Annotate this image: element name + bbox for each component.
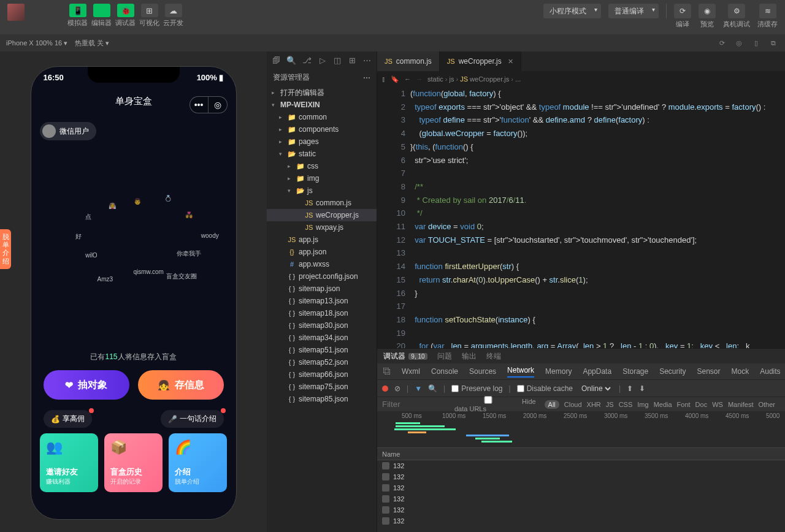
throttling-select[interactable]: Online bbox=[579, 384, 613, 393]
devtools-subtab[interactable]: Wxml bbox=[402, 367, 420, 376]
capsule-menu[interactable]: ••• ◎ bbox=[190, 96, 228, 113]
user-pill[interactable]: 微信用户 bbox=[40, 122, 96, 140]
compare-icon[interactable]: ⫿ bbox=[382, 75, 386, 83]
commission-pill[interactable]: 💰 享高佣 bbox=[44, 410, 92, 428]
devtools-subtab[interactable]: Sources bbox=[469, 367, 496, 376]
compile-select[interactable]: 普通编译 bbox=[608, 4, 659, 18]
feature-card[interactable]: 🌈介绍脱单介绍 bbox=[169, 433, 227, 492]
close-icon[interactable]: ◎ bbox=[209, 97, 227, 113]
filter-chip[interactable]: Cloud bbox=[564, 401, 582, 408]
tree-item[interactable]: JSwxpay.js bbox=[267, 221, 377, 234]
filter-chip[interactable]: CSS bbox=[619, 401, 633, 408]
forward-icon[interactable]: → bbox=[416, 75, 423, 83]
remote-debug-button[interactable]: ⚙ bbox=[728, 4, 745, 18]
devtools-tab[interactable]: 调试器 9, 10 bbox=[383, 351, 427, 362]
sphere-tag[interactable]: 👨 bbox=[134, 198, 141, 205]
tree-item[interactable]: { }sitemap51.json bbox=[267, 344, 377, 356]
user-avatar[interactable] bbox=[7, 4, 25, 21]
editor-tab[interactable]: JScommon.js bbox=[377, 51, 440, 71]
save-button[interactable]: 👧 存信息 bbox=[138, 370, 224, 400]
mode-select[interactable]: 小程序模式 bbox=[543, 4, 601, 18]
sphere-tag[interactable]: 好 bbox=[75, 232, 82, 241]
preview-button[interactable]: ◉ bbox=[699, 4, 716, 18]
tree-item[interactable]: { }sitemap85.json bbox=[267, 393, 377, 405]
sphere-tag[interactable]: 点 bbox=[85, 213, 91, 221]
tree-item[interactable]: JSapp.js bbox=[267, 234, 377, 246]
compile-button[interactable]: ⟳ bbox=[674, 4, 691, 18]
tree-item[interactable]: { }sitemap52.json bbox=[267, 356, 377, 368]
network-row[interactable]: 132 bbox=[377, 504, 785, 515]
filter-chip[interactable]: WS bbox=[712, 401, 723, 408]
tree-item[interactable]: JScommon.js bbox=[267, 197, 377, 209]
devtools-subtab[interactable]: Storage bbox=[622, 367, 648, 376]
network-row[interactable]: 132 bbox=[377, 515, 785, 526]
toolbar-icon[interactable]: ☁ bbox=[165, 4, 182, 17]
devtools-subtab[interactable]: AppData bbox=[583, 367, 611, 376]
sphere-tag[interactable]: 👰 bbox=[109, 202, 116, 209]
toolbar-icon[interactable] bbox=[93, 4, 110, 17]
sphere-tag[interactable]: 你牵我手 bbox=[177, 249, 201, 258]
filter-chip[interactable]: Img bbox=[637, 401, 648, 408]
sphere-tag[interactable]: woody bbox=[201, 232, 219, 239]
tree-item[interactable]: ▸📁pages bbox=[267, 135, 377, 148]
breadcrumb-item[interactable]: js bbox=[449, 75, 460, 83]
filter-chip[interactable]: Media bbox=[654, 401, 672, 408]
popout-icon[interactable]: ⧉ bbox=[768, 37, 779, 48]
search-icon[interactable]: 🔍 bbox=[428, 384, 437, 393]
tree-item[interactable]: ▸📁common bbox=[267, 111, 377, 123]
filter-chip[interactable]: Manifest bbox=[728, 401, 754, 408]
tag-sphere[interactable]: woody你牵我手盲盒交友圈qismw.comAmz3wilO好点👰👨💍💑 bbox=[48, 146, 220, 318]
close-tab-icon[interactable]: ✕ bbox=[508, 58, 513, 66]
debug-icon[interactable]: ▷ bbox=[318, 55, 326, 65]
tree-item[interactable]: ▾📂js bbox=[267, 184, 377, 197]
download-icon[interactable]: ⬇ bbox=[639, 384, 645, 393]
editor-tab[interactable]: JSweCropper.js✕ bbox=[440, 51, 521, 71]
tree-item[interactable]: ▸📁components bbox=[267, 123, 377, 135]
sphere-tag[interactable]: 💍 bbox=[164, 195, 172, 202]
devtools-tab[interactable]: 终端 bbox=[486, 351, 501, 362]
code-editor[interactable]: 12345678910111213141516171819202122 (fun… bbox=[377, 87, 785, 348]
clear-icon[interactable]: ⊘ bbox=[394, 384, 400, 393]
network-row[interactable]: 132 bbox=[377, 493, 785, 504]
ext3-icon[interactable]: ⋯ bbox=[363, 55, 372, 65]
devtools-tab[interactable]: 问题 bbox=[437, 351, 452, 362]
device-select[interactable]: iPhone X 100% 16 ▾ bbox=[6, 39, 67, 47]
intro-pill[interactable]: 🎤 一句话介绍 bbox=[161, 410, 224, 428]
devtools-tab[interactable]: 输出 bbox=[462, 351, 477, 362]
sphere-tag[interactable]: wilO bbox=[85, 252, 97, 259]
tree-item[interactable]: { }sitemap18.json bbox=[267, 307, 377, 319]
side-promo-tag[interactable]: 脱单介绍 bbox=[0, 229, 11, 269]
tree-item[interactable]: { }sitemap30.json bbox=[267, 319, 377, 332]
filter-chip[interactable]: Font bbox=[677, 401, 691, 408]
devtools-subtab[interactable]: Audits bbox=[760, 367, 780, 376]
toolbar-icon[interactable]: 🐞 bbox=[117, 4, 134, 17]
tree-item[interactable]: ▸📁css bbox=[267, 160, 377, 172]
filter-chip[interactable]: XHR bbox=[587, 401, 601, 408]
devtools-subtab[interactable]: Sensor bbox=[697, 367, 721, 376]
feature-card[interactable]: 📦盲盒历史开启的记录 bbox=[104, 433, 163, 492]
branch-icon[interactable]: ⎇ bbox=[302, 55, 312, 65]
record-icon[interactable]: ◎ bbox=[733, 37, 745, 48]
tree-item[interactable]: { }sitemap.json bbox=[267, 283, 377, 295]
network-row[interactable]: 132 bbox=[377, 460, 785, 471]
preserve-log-checkbox[interactable]: Preserve log bbox=[451, 384, 502, 393]
tree-item[interactable]: { }sitemap34.json bbox=[267, 332, 377, 344]
sphere-tag[interactable]: qismw.com bbox=[134, 268, 164, 275]
back-icon[interactable]: ← bbox=[404, 75, 411, 83]
devtools-subtab[interactable]: Console bbox=[431, 367, 458, 376]
clear-cache-button[interactable]: ≋ bbox=[759, 4, 776, 18]
name-column-header[interactable]: Name bbox=[382, 450, 400, 458]
breadcrumb-item[interactable]: static bbox=[427, 75, 449, 83]
menu-icon[interactable]: ••• bbox=[190, 97, 209, 113]
toolbar-icon[interactable]: 📱 bbox=[69, 4, 86, 17]
phone-icon[interactable]: ▯ bbox=[751, 37, 762, 48]
network-row[interactable]: 132 bbox=[377, 471, 785, 482]
explorer-more-icon[interactable]: ⋯ bbox=[363, 74, 370, 82]
tree-item[interactable]: JSweCropper.js bbox=[267, 209, 377, 221]
draw-button[interactable]: ❤ 抽对象 bbox=[44, 370, 129, 400]
upload-icon[interactable]: ⬆ bbox=[627, 384, 633, 393]
filter-chip[interactable]: All bbox=[545, 400, 559, 409]
breadcrumb-item[interactable]: JS weCropper.js bbox=[460, 75, 515, 83]
sphere-tag[interactable]: 💑 bbox=[185, 211, 193, 218]
ext2-icon[interactable]: ⊞ bbox=[348, 55, 356, 65]
